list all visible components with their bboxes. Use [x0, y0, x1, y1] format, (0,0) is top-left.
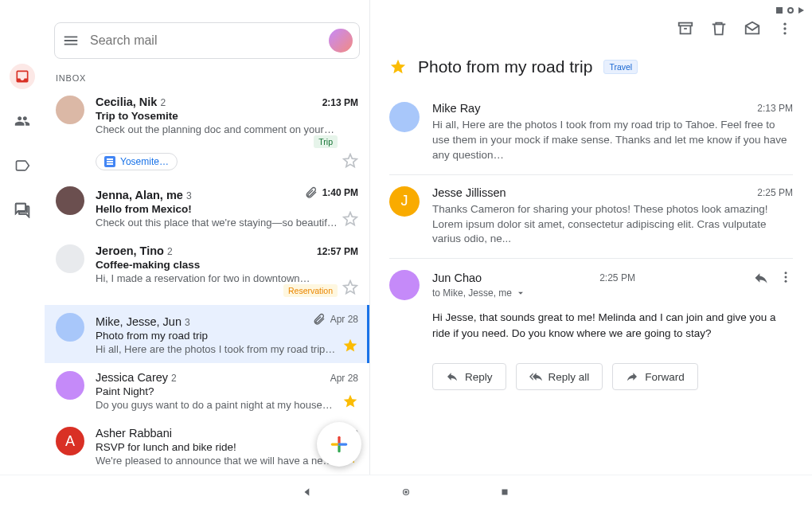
nav-people[interactable] [10, 108, 35, 134]
thread-item[interactable]: Mike, Jesse, Jun 3 Apr 28 Photo from my … [45, 305, 369, 363]
chat-icon [14, 202, 30, 218]
star-toggle[interactable] [342, 211, 358, 227]
thread-snippet: Hi all, Here are the photos I took from … [96, 343, 358, 355]
compose-button[interactable] [317, 422, 361, 467]
detail-title: Photo from my road trip [418, 57, 592, 76]
nav-inbox[interactable] [10, 64, 35, 89]
attachment-chip[interactable]: Yosemite… [96, 153, 178, 170]
doc-icon [104, 156, 115, 167]
thread-count: 2 [171, 373, 177, 384]
thread-time: Apr 28 [330, 373, 358, 384]
account-avatar[interactable] [329, 29, 353, 53]
thread-snippet: Check out this place that we're staying—… [96, 217, 358, 229]
message-avatar: J [389, 186, 420, 217]
svg-rect-9 [502, 489, 508, 494]
star-toggle[interactable] [342, 393, 358, 409]
window-controls [776, 6, 804, 14]
thread-list-panel: INBOX Cecilia, Nik 2 2:13 PM Trip to Yos… [45, 0, 369, 475]
svg-point-6 [785, 280, 787, 283]
nav-labels[interactable] [10, 153, 35, 178]
thread-snippet: Do you guys want to do a paint night at … [96, 399, 358, 411]
message[interactable]: Jun Chao 2:25 PM to Mike, Jesse, me Hi J… [389, 258, 793, 352]
more-button[interactable] [777, 21, 793, 37]
thread-time: 12:57 PM [317, 246, 358, 257]
message-from: Mike Ray [432, 102, 480, 115]
thread-avatar [56, 244, 84, 273]
thread-from: Asher Rabbani [96, 427, 172, 440]
star-toggle[interactable] [342, 153, 358, 169]
nav-chat[interactable] [10, 197, 35, 223]
thread-count: 3 [186, 190, 192, 201]
message-more-icon[interactable] [779, 270, 793, 286]
thread-time: 2:13 PM [322, 97, 358, 108]
thread-snippet: We're pleased to announce that we will h… [96, 455, 358, 467]
reply-button[interactable]: Reply [432, 363, 506, 390]
thread-from: Jessica Carey [96, 371, 168, 384]
star-toggle[interactable] [342, 338, 358, 354]
overview-button[interactable] [499, 487, 510, 498]
section-label: INBOX [56, 73, 369, 83]
thread-subject: Trip to Yosemite [96, 110, 358, 122]
message-body: Hi Jesse, that sounds great to me! Melin… [432, 310, 793, 341]
thread-avatar [56, 371, 84, 400]
thread-count: 3 [185, 317, 190, 328]
search-input[interactable] [90, 33, 319, 48]
archive-button[interactable] [677, 20, 694, 37]
thread-subject: Coffee-making class [96, 259, 358, 271]
thread-item[interactable]: Cecilia, Nik 2 2:13 PM Trip to Yosemite … [45, 88, 369, 178]
reply-label: Reply [465, 371, 493, 383]
label-icon [14, 158, 30, 174]
thread-avatar [56, 186, 84, 215]
thread-time: Apr 28 [313, 313, 358, 326]
nav-rail [0, 0, 45, 475]
plus-icon [329, 434, 349, 455]
thread-subject: Hello from Mexico! [96, 203, 358, 215]
system-nav-bar [0, 475, 812, 508]
message-time: 2:25 PM [757, 187, 793, 198]
thread-snippet: Hi, I made a reservation for two in down… [96, 272, 358, 297]
svg-rect-0 [679, 23, 693, 26]
thread-item[interactable]: Jenna, Alan, me 3 1:40 PM Hello from Mex… [45, 178, 369, 236]
star-icon[interactable] [389, 58, 407, 76]
thread-count: 2 [160, 97, 166, 108]
thread-subject: Photo from my road trip [96, 330, 358, 342]
back-button[interactable] [302, 487, 313, 498]
chevron-down-icon [515, 287, 526, 299]
message[interactable]: J Jesse Jillissen 2:25 PM Thanks Cameron… [389, 174, 793, 259]
reply-icon[interactable] [753, 270, 769, 286]
home-button[interactable] [400, 487, 412, 498]
message-recipients[interactable]: to Mike, Jesse, me [432, 287, 793, 299]
message-from: Jun Chao [432, 272, 482, 284]
star-toggle[interactable] [342, 279, 358, 295]
svg-point-3 [783, 32, 786, 34]
message-time: 2:13 PM [757, 103, 793, 114]
delete-button[interactable] [710, 20, 728, 37]
people-icon [14, 113, 30, 129]
thread-from: Mike, Jesse, Jun [96, 315, 182, 328]
thread-item[interactable]: Jessica Carey 2 Apr 28 Paint Night? Do y… [45, 363, 369, 419]
inbox-icon [14, 68, 30, 84]
message-avatar [389, 102, 420, 132]
thread-subject: Paint Night? [96, 385, 358, 397]
thread-label: Reservation [283, 284, 338, 297]
menu-icon[interactable] [61, 31, 80, 50]
svg-point-5 [785, 276, 787, 279]
detail-label[interactable]: Travel [603, 60, 638, 74]
svg-point-2 [783, 27, 786, 29]
reply-row: Reply Reply all Forward [432, 363, 793, 390]
thread-avatar [56, 313, 84, 342]
thread-avatar: A [56, 427, 84, 455]
message-snippet: Thanks Cameron for sharing your photos! … [432, 202, 793, 248]
thread-list: Cecilia, Nik 2 2:13 PM Trip to Yosemite … [45, 88, 369, 475]
thread-avatar [56, 96, 84, 124]
mark-unread-button[interactable] [744, 20, 761, 37]
thread-from: Jenna, Alan, me [96, 189, 183, 201]
message-time: 2:25 PM [599, 272, 635, 283]
svg-point-8 [405, 490, 407, 492]
reply-all-button[interactable]: Reply all [516, 363, 603, 390]
forward-button[interactable]: Forward [612, 363, 698, 390]
search-bar[interactable] [54, 22, 360, 59]
thread-item[interactable]: Jeroen, Tino 2 12:57 PM Coffee-making cl… [45, 236, 369, 305]
message[interactable]: Mike Ray 2:13 PM Hi all, Here are the ph… [389, 91, 793, 174]
message-list: Mike Ray 2:13 PM Hi all, Here are the ph… [389, 91, 793, 352]
